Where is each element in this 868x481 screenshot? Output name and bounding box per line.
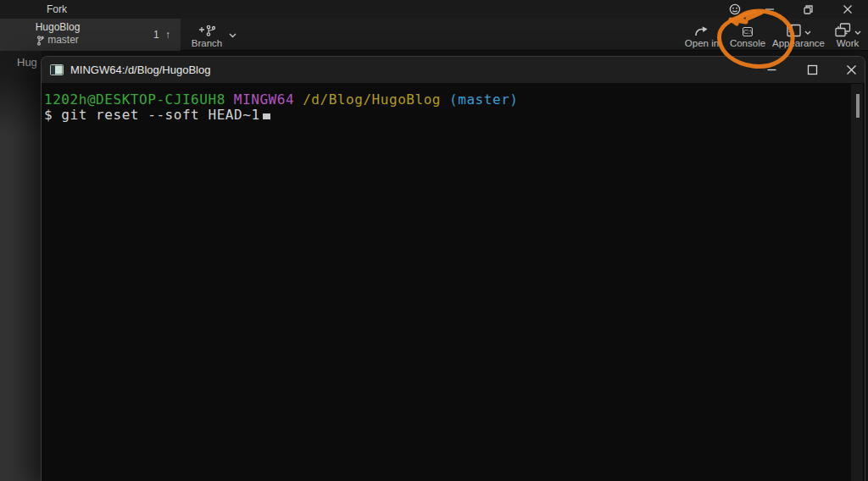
terminal-window: MINGW64:/d/Blog/HugoBlog 1202h@DESKTOP-C…: [41, 56, 865, 481]
branch-chevron-icon[interactable]: [229, 33, 236, 38]
repo-tab-hugoblog[interactable]: HugoBlog master 1 ↑: [0, 19, 181, 51]
maximize-icon: [807, 64, 818, 75]
terminal-cursor: [263, 113, 270, 119]
tab-repo-name: HugoBlog: [7, 21, 108, 34]
minimize-icon: [765, 4, 775, 14]
prompt-branch: (master): [449, 91, 518, 108]
branch-icon: [36, 36, 44, 46]
tab-branch-name: master: [47, 34, 79, 47]
terminal-maximize-button[interactable]: [798, 57, 826, 83]
appearance-layout-icon: [787, 24, 802, 37]
feedback-button[interactable]: [722, 0, 748, 19]
stacked-windows-icon: [835, 23, 852, 37]
fork-partial-header-text: Hug: [17, 56, 37, 69]
branch-button[interactable]: Branch: [185, 22, 229, 50]
terminal-titlebar[interactable]: MINGW64:/d/Blog/HugoBlog: [42, 57, 865, 83]
fork-sidebar-strip: [0, 51, 42, 481]
console-icon: C:\: [743, 25, 753, 37]
prompt-user-host: 1202h@DESKTOP-CJI6UH8: [44, 91, 225, 108]
terminal-title: MINGW64:/d/Blog/HugoBlog: [70, 57, 210, 83]
work-label: Work: [827, 38, 868, 48]
appearance-chevron-icon: [804, 30, 811, 35]
open-in-arrow-icon: [694, 25, 709, 37]
fork-window-title: Fork: [47, 3, 67, 15]
fork-titlebar: Fork: [0, 0, 868, 19]
close-icon: [843, 4, 853, 14]
terminal-minimize-button[interactable]: [758, 57, 785, 83]
branch-button-label: Branch: [185, 38, 229, 48]
terminal-scrollbar-thumb[interactable]: [856, 94, 860, 118]
close-icon: [846, 64, 857, 75]
prompt-path: /d/Blog/HugoBlog: [303, 91, 441, 108]
fork-minimize-button[interactable]: [757, 0, 782, 19]
terminal-output[interactable]: 1202h@DESKTOP-CJI6UH8MINGW64/d/Blog/Hugo…: [42, 83, 865, 123]
appearance-label: Appearance: [771, 38, 826, 48]
console-button[interactable]: C:\ Console: [726, 22, 770, 50]
smiley-icon: [729, 3, 741, 15]
tab-ahead-badge: 1 ↑: [153, 29, 172, 41]
mintty-app-icon: [50, 64, 64, 75]
minimize-icon: [766, 64, 777, 75]
work-chevron-icon: [854, 30, 861, 35]
command-text: $ git reset --soft HEAD~1: [44, 107, 260, 123]
open-in-label: Open in: [678, 38, 726, 48]
plus-branch-icon: [198, 24, 216, 37]
open-in-button[interactable]: Open in: [678, 22, 726, 50]
fork-close-button[interactable]: [835, 0, 860, 19]
fork-toolbar: HugoBlog master 1 ↑: [0, 19, 868, 51]
terminal-close-button[interactable]: [837, 57, 865, 83]
terminal-prompt-line: 1202h@DESKTOP-CJI6UH8MINGW64/d/Blog/Hugo…: [44, 92, 844, 108]
prompt-msystem: MINGW64: [234, 91, 294, 108]
workspace-button[interactable]: Work: [827, 22, 868, 50]
appearance-button[interactable]: Appearance: [771, 22, 826, 50]
restore-icon: [803, 4, 814, 15]
terminal-scrollbar-track[interactable]: [851, 84, 863, 481]
console-label: Console: [726, 38, 770, 48]
fork-restore-button[interactable]: [795, 0, 821, 19]
terminal-command-line: $ git reset --soft HEAD~1: [44, 108, 844, 123]
